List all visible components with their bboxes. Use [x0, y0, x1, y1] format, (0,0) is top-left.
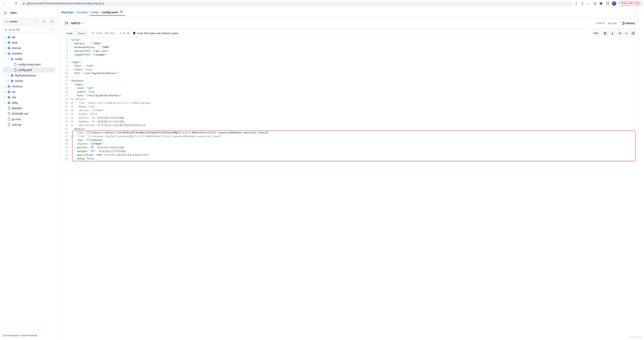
code-tab[interactable]: Code — [64, 31, 76, 36]
line-content[interactable] — [71, 57, 638, 60]
line-content[interactable]: # dryRun: false — [71, 112, 638, 116]
line-number[interactable]: 16 — [61, 94, 71, 98]
line-number[interactable]: 26 — [61, 131, 71, 135]
code-line[interactable]: 17# default: — [61, 98, 638, 101]
edit-dropdown-button[interactable]: ▾ — [624, 30, 628, 36]
forward-icon[interactable]: → — [8, 2, 12, 5]
download-button[interactable] — [610, 30, 615, 36]
author-avatar[interactable] — [64, 21, 69, 26]
line-content[interactable]: address: ":8083" — [71, 42, 638, 46]
line-content[interactable]: # link: "mysql:root:root@tcp(127.0.0.1:3… — [71, 101, 638, 105]
tree-folder[interactable]: ▸docker — [3, 78, 55, 84]
reload-icon[interactable]: ⟳ — [15, 2, 18, 5]
line-content[interactable]: swaggerPath: "/swagger" — [71, 53, 638, 57]
code-line[interactable]: 26 link: "clickhouse://default:U2FsdGVkX… — [61, 131, 638, 135]
line-number[interactable]: 32 — [61, 153, 71, 157]
line-number[interactable]: 21 — [61, 112, 71, 116]
line-number[interactable]: 29 — [61, 142, 71, 146]
code-line[interactable]: 13 logger: — [61, 83, 638, 86]
line-content[interactable]: # maxOpen: 10 #连接池最大打开的连接数 — [71, 120, 638, 124]
copy-button[interactable] — [602, 30, 608, 36]
line-number[interactable]: 3 — [61, 46, 71, 49]
line-content[interactable]: maxIdle: "8" #连接池最大闲置的连接数 — [71, 146, 638, 150]
search-files-button[interactable] — [49, 18, 55, 24]
commit-sha[interactable]: d7be231 — [596, 22, 605, 24]
panel-icon[interactable] — [606, 2, 609, 5]
feedback-link[interactable]: Share feedback — [21, 334, 38, 337]
code-line[interactable]: 23# maxOpen: 10 #连接池最大打开的连接数 — [61, 120, 638, 124]
line-content[interactable]: default: — [71, 127, 638, 131]
line-content[interactable]: database: — [71, 79, 638, 83]
line-number[interactable]: 14 — [61, 86, 71, 90]
tree-folder[interactable]: ▸deploy/kustomize — [3, 73, 55, 78]
collapse-panel-button[interactable] — [3, 10, 8, 16]
update-pill[interactable]: 重新启动即可更新 — [619, 1, 642, 6]
code-line[interactable]: 2 address: ":8083" — [61, 42, 638, 46]
line-number[interactable]: 23 — [61, 120, 71, 124]
line-content[interactable]: # debug: true — [71, 105, 638, 109]
install-icon[interactable] — [574, 2, 578, 5]
line-number[interactable]: 11 — [61, 75, 71, 79]
extensions-icon[interactable] — [600, 2, 603, 5]
code-line[interactable]: 4 openapiPath: "/api.json" — [61, 49, 638, 53]
code-line[interactable]: 14 level: "all" — [61, 86, 638, 90]
line-number[interactable]: 19 — [61, 105, 71, 109]
line-content[interactable]: openapiPath: "/api.json" — [71, 49, 638, 53]
line-content[interactable]: charset: "utf8mb4" — [71, 142, 638, 146]
line-content[interactable]: logger: — [71, 83, 638, 86]
commit-author[interactable]: hd5723 — [71, 22, 80, 25]
line-content[interactable]: # maxLifetime: 30 #(单位秒)连接对象可重复使用的时间长度 — [71, 124, 638, 127]
breadcrumb-part[interactable]: config — [91, 10, 98, 14]
code-line[interactable]: 6 — [61, 57, 638, 60]
line-content[interactable]: # charset: "utf8mb4" — [71, 109, 638, 112]
line-content[interactable]: type: "clickhouse" — [71, 138, 638, 142]
code-line[interactable]: 20# charset: "utf8mb4" — [61, 109, 638, 112]
line-content[interactable]: link: "clickhouse://default:U2FsdGVkX1UP… — [71, 131, 638, 135]
line-content[interactable]: stdout: true — [71, 68, 638, 72]
tree-folder[interactable]: ▸utility — [3, 100, 55, 106]
code-line[interactable]: 30 maxIdle: "8" #连接池最大闲置的连接数 — [61, 146, 638, 150]
code-line[interactable]: 21# dryRun: false — [61, 112, 638, 116]
line-number[interactable]: 12 — [61, 79, 71, 83]
tree-folder[interactable]: ▸sql — [3, 89, 55, 94]
code-line[interactable]: 19# debug: true — [61, 105, 638, 109]
line-content[interactable]: # link: "clickhouse://default:password@1… — [71, 135, 638, 138]
chrome-logo-icon[interactable] — [593, 2, 597, 5]
line-content[interactable]: server: — [71, 38, 638, 42]
tree-file[interactable]: main.go — [3, 122, 55, 128]
line-number[interactable]: 33 — [61, 157, 71, 160]
line-number[interactable]: 17 — [61, 98, 71, 101]
line-number[interactable]: 25 — [61, 127, 71, 131]
share-icon[interactable] — [581, 2, 584, 5]
line-content[interactable]: level: "all" — [71, 86, 638, 90]
line-number[interactable]: 22 — [61, 116, 71, 120]
copy-path-button[interactable] — [120, 10, 123, 14]
code-line[interactable]: 33 debug: false — [61, 157, 638, 160]
line-content[interactable]: debug: false — [71, 157, 638, 160]
code-line[interactable]: 27# link: "clickhouse://default:password… — [61, 135, 638, 138]
breadcrumb-part[interactable]: manifest — [76, 10, 88, 14]
tree-folder[interactable]: ▸hack — [3, 40, 55, 45]
tree-file[interactable]: README.md — [3, 111, 55, 116]
tree-file[interactable]: config-simple.yaml — [3, 62, 55, 67]
line-number[interactable]: 7 — [61, 60, 71, 64]
line-number[interactable]: 15 — [61, 90, 71, 94]
line-content[interactable]: # default: — [71, 98, 638, 101]
code-line[interactable]: 9 stdout: true — [61, 68, 638, 72]
documentation-link[interactable]: Documentation — [3, 334, 19, 337]
code-line[interactable]: 12database: — [61, 79, 638, 83]
code-line[interactable]: 31 maxOpen: "32" #连接池最大打开的连接数 — [61, 150, 638, 153]
symbols-button[interactable] — [630, 30, 636, 36]
tree-folder[interactable]: ▸resource — [3, 84, 55, 89]
line-content[interactable]: logger: — [71, 60, 638, 64]
line-number[interactable]: 10 — [61, 72, 71, 75]
back-icon[interactable]: ← — [2, 2, 5, 5]
history-button[interactable]: History — [622, 22, 635, 25]
code-line[interactable]: 25 default: — [61, 127, 638, 131]
code-table[interactable]: 1server:2 address: ":8083"3 maxHeaderByt… — [61, 38, 638, 160]
tree-folder[interactable]: ▾config — [3, 56, 55, 62]
go-to-file-input[interactable]: Go to file t — [3, 26, 55, 33]
raw-button[interactable]: Raw — [592, 30, 600, 36]
tree-folder[interactable]: ▸test — [3, 94, 55, 100]
code-line[interactable]: 28 type: "clickhouse" — [61, 138, 638, 142]
